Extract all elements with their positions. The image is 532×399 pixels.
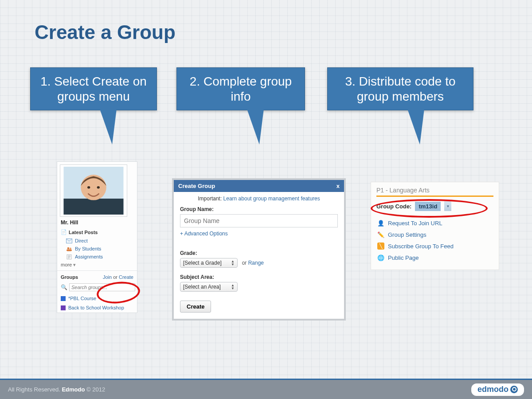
logo-text: edmodo (477, 385, 509, 394)
link-label: Public Page (388, 254, 419, 261)
grade-select[interactable]: [Select a Grade] ▲▼ (180, 258, 238, 268)
grade-select-value: [Select a Grade] (183, 260, 222, 266)
group-color-swatch (61, 305, 66, 310)
footer: All Rights Reserved. Edmodo © 2012 edmod… (0, 379, 532, 399)
grade-field: Grade: [Select a Grade] ▲▼ or Range (180, 250, 338, 268)
pencil-icon: ✏️ (377, 231, 384, 238)
group-code-dropdown[interactable]: ▼ (444, 201, 451, 211)
public-page-link[interactable]: 🌐 Public Page (376, 252, 493, 263)
create-button[interactable]: Create (180, 301, 211, 313)
range-link[interactable]: Range (248, 260, 264, 266)
page-title: Create a Group (35, 21, 176, 43)
link-label: Group Settings (388, 231, 426, 238)
callout-step-3: 3. Distribute code to group members (327, 67, 473, 110)
callout-step-1: 1. Select Create on groups menu (30, 67, 157, 110)
join-link[interactable]: Join (103, 274, 112, 280)
search-groups-row: 🔍 (57, 283, 137, 294)
callout-text: 1. Select Create on groups menu (40, 74, 147, 103)
group-name-input[interactable] (180, 214, 338, 227)
select-arrows-icon: ▲▼ (231, 260, 235, 266)
footer-prefix: All Rights Reserved. (8, 386, 62, 393)
edmodo-logo: edmodo (471, 383, 524, 396)
svg-point-7 (70, 247, 71, 249)
search-groups-input[interactable] (69, 283, 135, 291)
username-label: Mr. Hill (61, 219, 133, 226)
latest-posts-header: 📄 Latest Posts (61, 229, 133, 235)
dialog-body: Important: Learn about group management … (174, 192, 344, 319)
subject-label: Subject Area: (180, 274, 338, 280)
search-icon: 🔍 (61, 284, 67, 290)
callout-text: 3. Distribute code to group members (345, 74, 455, 103)
subscribe-feed-link[interactable]: ╲ Subscribe Group To Feed (376, 240, 493, 252)
group-name-field: Group Name: + Advanced Options (180, 206, 338, 244)
callout-step-2: 2. Complete group info (176, 67, 305, 110)
request-join-url-link[interactable]: 👤 Request To Join URL (376, 217, 493, 229)
link-label: Request To Join URL (388, 220, 442, 227)
callout-tail (407, 109, 424, 145)
subject-field: Subject Area: [Select an Area] ▲▼ (180, 274, 338, 292)
group-settings-link[interactable]: ✏️ Group Settings (376, 229, 493, 240)
group-code-label: Group Code: (376, 203, 411, 210)
svg-point-3 (87, 186, 90, 188)
mail-icon (66, 239, 72, 243)
svg-point-6 (67, 247, 70, 249)
sidebar-item-direct[interactable]: Direct (57, 237, 137, 245)
sidebar-item-label: By Students (75, 246, 101, 251)
create-link[interactable]: Create (119, 274, 133, 280)
group-name-label: Group Name: (180, 206, 338, 212)
logo-icon (510, 386, 518, 393)
group-code-row: Group Code: tm13id ▼ (376, 201, 493, 211)
callout-tail (247, 109, 264, 145)
group-code-panel: P1 - Language Arts Group Code: tm13id ▼ … (371, 182, 499, 270)
subject-select-value: [Select an Area] (183, 284, 221, 290)
advanced-options-link[interactable]: + Advanced Options (180, 231, 228, 237)
close-icon[interactable]: x (336, 183, 340, 189)
latest-posts-text: Latest Posts (69, 230, 98, 235)
people-icon (66, 246, 72, 251)
groups-label: Groups (61, 274, 78, 280)
footer-brand: Edmodo (62, 386, 85, 393)
link-label: Subscribe Group To Feed (388, 243, 454, 250)
sidebar-item-assignments[interactable]: Assignments (57, 253, 137, 261)
select-arrows-icon: ▲▼ (231, 284, 235, 290)
group-code-value: tm13id (415, 202, 441, 211)
group-panel-title: P1 - Language Arts (376, 187, 493, 197)
callout-text: 2. Complete group info (190, 74, 292, 103)
group-color-swatch (61, 296, 66, 301)
sidebar-more[interactable]: more (57, 261, 137, 270)
svg-point-4 (97, 186, 100, 188)
subject-select[interactable]: [Select an Area] ▲▼ (180, 282, 238, 292)
group-item-label: Back to School Workshop (68, 305, 124, 311)
avatar (60, 164, 127, 217)
group-item-pbl[interactable]: *PBL Course (57, 294, 137, 303)
groups-actions: Join or Create (103, 274, 133, 280)
dialog-title: Create Group (178, 183, 215, 189)
footer-copyright: All Rights Reserved. Edmodo © 2012 (8, 386, 105, 393)
important-link[interactable]: Learn about group management features (223, 196, 320, 202)
or-text: or (113, 274, 117, 280)
group-item-label: *PBL Course (68, 296, 96, 301)
dialog-header: Create Group x (174, 180, 344, 192)
important-prefix: Important: (198, 196, 223, 202)
sidebar-item-by-students[interactable]: By Students (57, 245, 137, 253)
groups-header-row: Groups Join or Create (57, 270, 137, 283)
or-text: or (242, 260, 248, 266)
posts-icon: 📄 (61, 229, 67, 235)
rss-icon: ╲ (377, 243, 384, 250)
globe-icon: 🌐 (377, 254, 384, 261)
dialog-important: Important: Learn about group management … (180, 196, 338, 202)
sidebar-item-label: Assignments (75, 254, 103, 259)
grade-label: Grade: (180, 250, 338, 256)
sidebar-item-label: Direct (75, 238, 88, 243)
sidebar-panel: Mr. Hill 📄 Latest Posts Direct By Studen… (57, 161, 137, 313)
group-item-workshop[interactable]: Back to School Workshop (57, 303, 137, 313)
svg-rect-8 (66, 249, 72, 251)
callout-tail (100, 109, 117, 145)
grade-or-range: or Range (242, 260, 264, 266)
footer-suffix: © 2012 (85, 386, 105, 393)
user-icon: 👤 (377, 219, 384, 227)
avatar-image (62, 167, 125, 215)
create-group-dialog: Create Group x Important: Learn about gr… (172, 178, 346, 321)
assignment-icon (66, 254, 72, 259)
